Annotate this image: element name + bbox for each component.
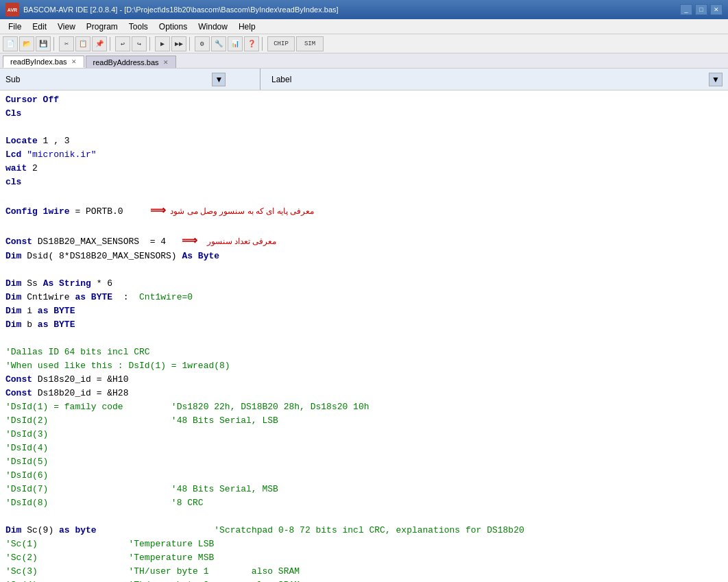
line-lcd: Lcd "micronik.ir" <box>5 148 723 162</box>
line-dim-i: Dim i as BYTE <box>5 304 723 318</box>
chip2[interactable]: SIM <box>296 36 324 51</box>
line-comment-sc3: 'Sc(3) 'TH/user byte 1 also SRAM <box>5 565 723 579</box>
menu-options[interactable]: Options <box>154 21 193 33</box>
copy-button[interactable]: 📋 <box>75 36 90 51</box>
maximize-button[interactable]: □ <box>695 4 707 15</box>
redo-button[interactable]: ↪ <box>132 36 147 51</box>
line-empty1 <box>5 121 723 134</box>
tab-readbyaddress-label: readByAddress.bas <box>93 58 159 66</box>
title-bar: AVR BASCOM-AVR IDE [2.0.8.4] - [D:\Proje… <box>0 0 728 19</box>
line-empty5 <box>5 332 723 345</box>
line-dim-sc: Dim Sc(9) as byte 'Scratchpad 0-8 72 bit… <box>5 524 723 537</box>
line-const-ds18b20: Const Ds18b20_id = &H28 <box>5 387 723 400</box>
window-controls: _ □ ✕ <box>680 4 723 15</box>
line-dim-cnt1wire: Dim Cnt1wire as BYTE : Cnt1wire=0 <box>5 291 723 304</box>
line-comment-dsid4: 'DsId(4) <box>5 441 723 455</box>
label-dropdown[interactable]: ▼ <box>709 73 723 86</box>
close-button[interactable]: ✕ <box>710 4 723 15</box>
line-comment-sc2: 'Sc(2) 'Temperature MSB <box>5 551 723 565</box>
line-const-ds18s20: Const Ds18s20_id = &H10 <box>5 373 723 387</box>
line-comment-sc4: 'Sc(4) 'TL/user byte 2 also SRAM <box>5 579 723 582</box>
menu-tools[interactable]: Tools <box>123 21 154 33</box>
toolbar-sep-5 <box>262 37 265 51</box>
save-button[interactable]: 💾 <box>36 36 51 51</box>
line-comment-dsid6: 'DsId(6) <box>5 469 723 483</box>
sublabel-bar: Sub ▼ Label ▼ <box>0 69 728 90</box>
toolbar-sep-2 <box>110 37 112 51</box>
label-section: Label ▼ <box>260 69 728 90</box>
line-locate: Locate 1 , 3 <box>5 134 723 148</box>
line-cls2: cls <box>5 175 723 189</box>
line-comment-dsid2: 'DsId(2) '48 Bits Serial, LSB <box>5 414 723 428</box>
line-comment-dsid5: 'DsId(5) <box>5 455 723 469</box>
toolbar-sep-1 <box>53 37 56 51</box>
tab-bar: readByIndex.bas ✕ readByAddress.bas ✕ <box>0 53 728 69</box>
menu-program[interactable]: Program <box>81 21 123 33</box>
line-comment-when: 'When used like this : DsId(1) = 1wread(… <box>5 359 723 373</box>
title-text: BASCOM-AVR IDE [2.0.8.4] - [D:\Project\d… <box>23 5 680 14</box>
menu-window[interactable]: Window <box>193 21 233 33</box>
cut-button[interactable]: ✂ <box>59 36 74 51</box>
app-icon: AVR <box>5 3 19 16</box>
line-comment-dsid8: 'DsId(8) '8 CRC <box>5 496 723 510</box>
new-button[interactable]: 📄 <box>3 36 18 51</box>
sub-section: Sub ▼ <box>0 69 260 90</box>
line-empty4 <box>5 263 723 277</box>
line-cursor-off: Cursor Off <box>5 93 723 107</box>
line-const-max: Const DS18B20_MAX_SENSORS = 4 ⟹ معرفی تع… <box>5 233 723 250</box>
line-empty2 <box>5 189 723 203</box>
toolbar: 📄 📂 💾 ✂ 📋 📌 ↩ ↪ ▶ ▶▶ ⚙ 🔧 📊 ❓ CHIP SIM <box>0 34 728 53</box>
paste-button[interactable]: 📌 <box>92 36 107 51</box>
open-button[interactable]: 📂 <box>19 36 34 51</box>
toolbar-sep-4 <box>189 37 192 51</box>
menu-help[interactable]: Help <box>233 21 261 33</box>
tab-readbyindex[interactable]: readByIndex.bas ✕ <box>3 56 84 68</box>
line-comment-dsid1: 'DsId(1) = family code 'Ds1820 22h, DS18… <box>5 400 723 414</box>
sub-dropdown[interactable]: ▼ <box>212 73 226 86</box>
minimize-button[interactable]: _ <box>680 4 692 15</box>
menu-file[interactable]: File <box>3 21 27 33</box>
line-cls1: Cls <box>5 107 723 121</box>
tool1[interactable]: ⚙ <box>195 36 210 51</box>
tool3[interactable]: 📊 <box>228 36 243 51</box>
line-empty3 <box>5 219 723 233</box>
undo-button[interactable]: ↩ <box>115 36 130 51</box>
menu-bar: File Edit View Program Tools Options Win… <box>0 19 728 34</box>
compile-button[interactable]: ▶ <box>155 36 170 51</box>
tab-readbyindex-close[interactable]: ✕ <box>71 58 77 65</box>
run-button[interactable]: ▶▶ <box>171 36 186 51</box>
tool4[interactable]: ❓ <box>244 36 259 51</box>
line-dim-b: Dim b as BYTE <box>5 318 723 332</box>
line-dim-dsid: Dim Dsid( 8*DS18B20_MAX_SENSORS) As Byte <box>5 250 723 263</box>
line-dim-ss: Dim Ss As String * 6 <box>5 277 723 291</box>
tool2[interactable]: 🔧 <box>211 36 226 51</box>
label-label: Label <box>271 75 291 84</box>
line-comment-dallas: 'Dallas ID 64 bits incl CRC <box>5 345 723 359</box>
code-editor[interactable]: Cursor Off Cls Locate 1 , 3 Lcd "microni… <box>0 90 728 582</box>
line-comment-dsid7: 'DsId(7) '48 Bits Serial, MSB <box>5 483 723 496</box>
line-comment-sc1: 'Sc(1) 'Temperature LSB <box>5 537 723 551</box>
line-comment-dsid3: 'DsId(3) <box>5 428 723 441</box>
chip1[interactable]: CHIP <box>267 36 295 51</box>
menu-view[interactable]: View <box>52 21 81 33</box>
tab-readbyaddress[interactable]: readByAddress.bas ✕ <box>86 56 176 68</box>
menu-edit[interactable]: Edit <box>27 21 52 33</box>
sub-label: Sub <box>5 75 20 84</box>
line-empty6 <box>5 510 723 524</box>
tab-readbyindex-label: readByIndex.bas <box>10 58 67 66</box>
tab-readbyaddress-close[interactable]: ✕ <box>163 59 169 66</box>
line-wait: wait 2 <box>5 162 723 175</box>
toolbar-sep-3 <box>149 37 152 51</box>
line-config-1wire: Config 1wire = PORTB.0 ⟹ معرفی پایه ای ک… <box>5 203 723 219</box>
